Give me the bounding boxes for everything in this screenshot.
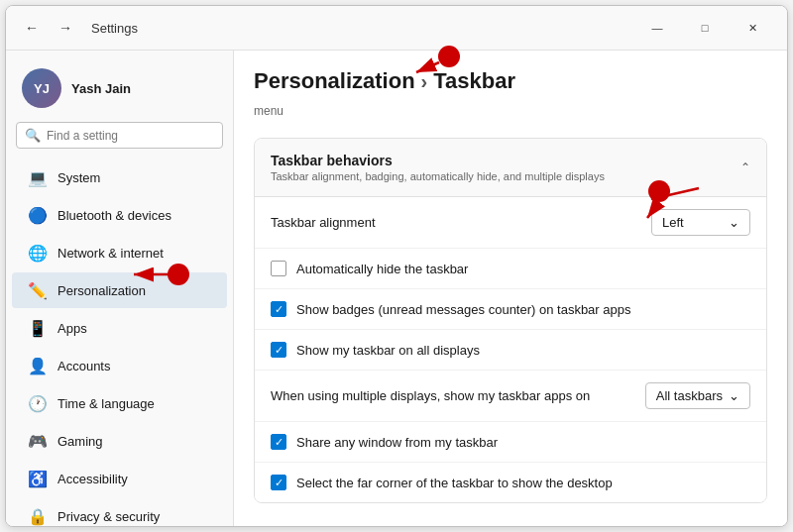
avatar: YJ [22, 68, 61, 108]
setting-row-alignment: Taskbar alignment Left ⌄ [255, 197, 766, 249]
dropdown-chevron-icon: ⌄ [729, 215, 739, 230]
privacy-icon: 🔒 [28, 506, 48, 526]
sidebar-item-label: Privacy & security [57, 509, 160, 524]
sidebar-item-personalization[interactable]: ✏️ Personalization [12, 272, 227, 308]
setting-row-multiple-displays: When using multiple displays, show my ta… [255, 371, 766, 422]
setting-row-autohide: Automatically hide the taskbar [255, 249, 766, 289]
multiple-displays-dropdown[interactable]: All taskbars ⌄ [645, 382, 750, 409]
sidebar-item-accessibility[interactable]: ♿ Accessibility [12, 461, 227, 496]
taskbar-behaviors-group: Taskbar behaviors Taskbar alignment, bad… [254, 138, 767, 503]
user-name: Yash Jain [71, 81, 131, 96]
chevron-up-icon: ⌃ [740, 160, 750, 174]
sidebar-item-bluetooth[interactable]: 🔵 Bluetooth & devices [12, 197, 227, 233]
accessibility-icon: ♿ [28, 469, 48, 488]
sidebar-item-label: Accounts [57, 359, 110, 373]
window-title: Settings [91, 21, 138, 36]
forward-button[interactable]: → [52, 14, 79, 42]
personalization-icon: ✏️ [28, 280, 48, 300]
sidebar: YJ Yash Jain 🔍 💻 System 🔵 Bluetooth & de… [6, 51, 234, 526]
badges-label: Show badges (unread messages counter) on… [296, 302, 630, 317]
breadcrumb-current: Taskbar [433, 68, 515, 94]
sidebar-item-label: Accessibility [57, 472, 128, 486]
content-area: Personalization › Taskbar menu Taskbar b… [234, 51, 787, 526]
sidebar-item-accounts[interactable]: 👤 Accounts [12, 348, 227, 383]
far-corner-label: Select the far corner of the taskbar to … [296, 476, 613, 490]
breadcrumb-separator: › [421, 70, 428, 93]
gaming-icon: 🎮 [28, 431, 48, 451]
search-icon: 🔍 [25, 128, 41, 143]
sidebar-item-label: Bluetooth & devices [57, 208, 171, 223]
multiple-displays-value: All taskbars [656, 388, 723, 403]
setting-row-far-corner: ✓ Select the far corner of the taskbar t… [255, 463, 766, 502]
share-window-checkbox[interactable]: ✓ [271, 434, 286, 450]
sidebar-item-time[interactable]: 🕐 Time & language [12, 385, 227, 421]
sidebar-item-network[interactable]: 🌐 Network & internet [12, 235, 227, 270]
group-title: Taskbar behaviors [271, 153, 605, 168]
footer-links: ? Get help ☺ Give feedback [254, 513, 767, 526]
accounts-icon: 👤 [28, 356, 48, 375]
nav-buttons: ← → [18, 14, 79, 42]
setting-row-share-window: ✓ Share any window from my taskbar [255, 422, 766, 463]
autohide-checkbox[interactable] [271, 261, 286, 276]
bluetooth-icon: 🔵 [28, 205, 48, 225]
setting-row-all-displays: ✓ Show my taskbar on all displays [255, 330, 766, 371]
search-input[interactable] [47, 129, 214, 143]
sidebar-item-label: Personalization [57, 283, 146, 298]
window-controls: — □ ✕ [634, 14, 775, 42]
title-bar-left: ← → Settings [18, 14, 138, 42]
breadcrumb-parent: Personalization [254, 68, 415, 94]
sidebar-item-label: Gaming [57, 434, 103, 449]
user-profile: YJ Yash Jain [6, 60, 233, 122]
dropdown-chevron-icon2: ⌄ [729, 388, 739, 403]
sidebar-item-gaming[interactable]: 🎮 Gaming [12, 423, 227, 459]
alignment-label: Taskbar alignment [271, 215, 376, 230]
apps-icon: 📱 [28, 318, 48, 338]
group-header-text: Taskbar behaviors Taskbar alignment, bad… [271, 153, 605, 182]
search-box[interactable]: 🔍 [16, 122, 223, 149]
alignment-dropdown[interactable]: Left ⌄ [651, 209, 750, 236]
breadcrumb: Personalization › Taskbar [254, 51, 767, 104]
section-label: menu [254, 104, 767, 126]
system-icon: 💻 [28, 167, 48, 187]
sidebar-item-apps[interactable]: 📱 Apps [12, 310, 227, 346]
sidebar-item-label: Apps [57, 321, 87, 336]
minimize-button[interactable]: — [634, 14, 680, 42]
badges-checkbox[interactable]: ✓ [271, 301, 286, 317]
sidebar-item-privacy[interactable]: 🔒 Privacy & security [12, 498, 227, 526]
share-window-label: Share any window from my taskbar [296, 435, 498, 450]
main-content: YJ Yash Jain 🔍 💻 System 🔵 Bluetooth & de… [6, 51, 787, 526]
sidebar-item-system[interactable]: 💻 System [12, 160, 227, 195]
group-subtitle: Taskbar alignment, badging, automaticall… [271, 170, 605, 182]
group-header[interactable]: Taskbar behaviors Taskbar alignment, bad… [255, 139, 766, 197]
back-button[interactable]: ← [18, 14, 46, 42]
sidebar-item-label: System [57, 170, 100, 185]
sidebar-item-label: Time & language [57, 396, 155, 411]
multiple-displays-label: When using multiple displays, show my ta… [271, 388, 590, 403]
sidebar-item-label: Network & internet [57, 246, 164, 261]
title-bar: ← → Settings — □ ✕ [6, 6, 787, 51]
far-corner-checkbox[interactable]: ✓ [271, 475, 286, 490]
alignment-value: Left [662, 215, 684, 230]
all-displays-label: Show my taskbar on all displays [296, 343, 480, 358]
setting-row-badges: ✓ Show badges (unread messages counter) … [255, 289, 766, 330]
close-button[interactable]: ✕ [730, 14, 775, 42]
all-displays-checkbox[interactable]: ✓ [271, 342, 286, 358]
settings-window: ← → Settings — □ ✕ YJ Yash Jain [5, 5, 788, 527]
maximize-button[interactable]: □ [682, 14, 728, 42]
network-icon: 🌐 [28, 243, 48, 263]
autohide-label: Automatically hide the taskbar [296, 262, 468, 276]
time-icon: 🕐 [28, 393, 48, 413]
